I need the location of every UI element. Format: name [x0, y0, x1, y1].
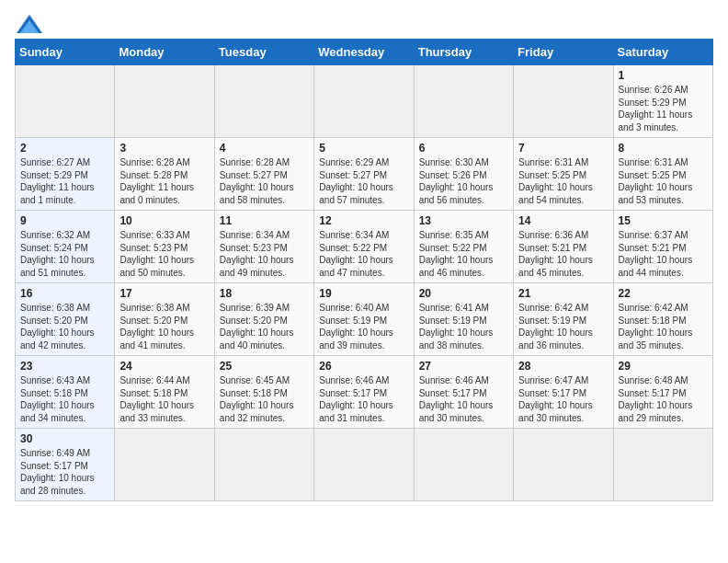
day-header-wednesday: Wednesday [314, 40, 414, 65]
calendar-cell: 20Sunrise: 6:41 AM Sunset: 5:19 PM Dayli… [414, 283, 513, 356]
day-info: Sunrise: 6:47 AM Sunset: 5:17 PM Dayligh… [518, 374, 608, 424]
day-number: 3 [119, 142, 209, 155]
day-info: Sunrise: 6:38 AM Sunset: 5:20 PM Dayligh… [20, 302, 109, 351]
calendar-cell: 2Sunrise: 6:27 AM Sunset: 5:29 PM Daylig… [16, 138, 115, 211]
day-info: Sunrise: 6:44 AM Sunset: 5:18 PM Dayligh… [119, 374, 209, 424]
day-number: 26 [319, 360, 408, 373]
day-info: Sunrise: 6:31 AM Sunset: 5:25 PM Dayligh… [619, 156, 708, 206]
day-info: Sunrise: 6:45 AM Sunset: 5:18 PM Dayligh… [220, 374, 309, 424]
day-info: Sunrise: 6:37 AM Sunset: 5:21 PM Dayligh… [619, 229, 708, 279]
calendar-cell: 23Sunrise: 6:43 AM Sunset: 5:18 PM Dayli… [16, 356, 115, 429]
calendar-cell: 24Sunrise: 6:44 AM Sunset: 5:18 PM Dayli… [115, 356, 214, 429]
calendar-cell: 10Sunrise: 6:33 AM Sunset: 5:23 PM Dayli… [115, 211, 214, 283]
calendar-cell: 25Sunrise: 6:45 AM Sunset: 5:18 PM Dayli… [214, 356, 313, 429]
day-number: 24 [119, 360, 209, 373]
calendar-cell: 12Sunrise: 6:34 AM Sunset: 5:22 PM Dayli… [314, 211, 414, 283]
day-info: Sunrise: 6:28 AM Sunset: 5:28 PM Dayligh… [119, 156, 209, 206]
calendar-cell: 16Sunrise: 6:38 AM Sunset: 5:20 PM Dayli… [16, 283, 115, 356]
calendar-cell [414, 65, 513, 138]
day-number: 14 [518, 214, 608, 227]
day-number: 9 [20, 214, 109, 227]
day-info: Sunrise: 6:27 AM Sunset: 5:29 PM Dayligh… [20, 156, 109, 206]
day-number: 18 [220, 287, 309, 300]
day-header-tuesday: Tuesday [214, 40, 313, 65]
day-number: 23 [20, 360, 109, 373]
calendar-cell: 21Sunrise: 6:42 AM Sunset: 5:19 PM Dayli… [514, 283, 613, 356]
calendar-week-5: 23Sunrise: 6:43 AM Sunset: 5:18 PM Dayli… [16, 356, 713, 429]
day-number: 21 [518, 287, 608, 300]
calendar-cell: 22Sunrise: 6:42 AM Sunset: 5:18 PM Dayli… [613, 283, 712, 356]
calendar-cell: 3Sunrise: 6:28 AM Sunset: 5:28 PM Daylig… [115, 138, 214, 211]
calendar-cell: 4Sunrise: 6:28 AM Sunset: 5:27 PM Daylig… [214, 138, 313, 211]
calendar-cell: 27Sunrise: 6:46 AM Sunset: 5:17 PM Dayli… [414, 356, 513, 429]
calendar-cell [115, 65, 214, 138]
day-number: 29 [619, 360, 708, 373]
day-header-thursday: Thursday [414, 40, 513, 65]
day-info: Sunrise: 6:41 AM Sunset: 5:19 PM Dayligh… [419, 302, 508, 351]
day-number: 20 [419, 287, 508, 300]
day-info: Sunrise: 6:33 AM Sunset: 5:23 PM Dayligh… [119, 229, 209, 279]
calendar-table: SundayMondayTuesdayWednesdayThursdayFrid… [15, 39, 713, 501]
calendar-cell [414, 429, 513, 501]
calendar-week-3: 9Sunrise: 6:32 AM Sunset: 5:24 PM Daylig… [16, 211, 713, 283]
day-number: 15 [619, 214, 708, 227]
day-number: 6 [419, 142, 508, 155]
day-info: Sunrise: 6:30 AM Sunset: 5:26 PM Dayligh… [419, 156, 508, 206]
calendar-cell [514, 65, 613, 138]
calendar-cell [314, 65, 414, 138]
day-header-saturday: Saturday [613, 40, 712, 65]
page-header [15, 15, 713, 28]
day-info: Sunrise: 6:32 AM Sunset: 5:24 PM Dayligh… [20, 229, 109, 279]
calendar-cell: 28Sunrise: 6:47 AM Sunset: 5:17 PM Dayli… [514, 356, 613, 429]
calendar-cell: 13Sunrise: 6:35 AM Sunset: 5:22 PM Dayli… [414, 211, 513, 283]
day-number: 28 [518, 360, 608, 373]
day-info: Sunrise: 6:34 AM Sunset: 5:23 PM Dayligh… [220, 229, 309, 279]
day-info: Sunrise: 6:42 AM Sunset: 5:18 PM Dayligh… [619, 302, 708, 351]
day-header-sunday: Sunday [16, 40, 115, 65]
day-number: 22 [619, 287, 708, 300]
calendar-week-2: 2Sunrise: 6:27 AM Sunset: 5:29 PM Daylig… [16, 138, 713, 211]
day-info: Sunrise: 6:40 AM Sunset: 5:19 PM Dayligh… [319, 302, 408, 351]
calendar-cell [613, 429, 712, 501]
calendar-cell: 5Sunrise: 6:29 AM Sunset: 5:27 PM Daylig… [314, 138, 414, 211]
day-header-friday: Friday [514, 40, 613, 65]
calendar-cell: 30Sunrise: 6:49 AM Sunset: 5:17 PM Dayli… [16, 429, 115, 501]
calendar-cell: 11Sunrise: 6:34 AM Sunset: 5:23 PM Dayli… [214, 211, 313, 283]
day-info: Sunrise: 6:46 AM Sunset: 5:17 PM Dayligh… [319, 374, 408, 424]
calendar-cell: 29Sunrise: 6:48 AM Sunset: 5:17 PM Dayli… [613, 356, 712, 429]
day-number: 4 [220, 142, 309, 155]
calendar-cell: 8Sunrise: 6:31 AM Sunset: 5:25 PM Daylig… [613, 138, 712, 211]
day-info: Sunrise: 6:48 AM Sunset: 5:17 PM Dayligh… [619, 374, 708, 424]
day-number: 7 [518, 142, 608, 155]
calendar-cell: 7Sunrise: 6:31 AM Sunset: 5:25 PM Daylig… [514, 138, 613, 211]
day-number: 11 [220, 214, 309, 227]
calendar-cell [16, 65, 115, 138]
day-info: Sunrise: 6:46 AM Sunset: 5:17 PM Dayligh… [419, 374, 508, 424]
calendar-cell [514, 429, 613, 501]
day-info: Sunrise: 6:49 AM Sunset: 5:17 PM Dayligh… [20, 447, 109, 497]
day-number: 19 [319, 287, 408, 300]
day-number: 13 [419, 214, 508, 227]
logo [15, 15, 42, 28]
calendar-cell: 19Sunrise: 6:40 AM Sunset: 5:19 PM Dayli… [314, 283, 414, 356]
day-number: 1 [619, 69, 708, 82]
calendar-cell [214, 429, 313, 501]
day-number: 12 [319, 214, 408, 227]
day-info: Sunrise: 6:39 AM Sunset: 5:20 PM Dayligh… [220, 302, 309, 351]
calendar-cell: 9Sunrise: 6:32 AM Sunset: 5:24 PM Daylig… [16, 211, 115, 283]
calendar-cell: 26Sunrise: 6:46 AM Sunset: 5:17 PM Dayli… [314, 356, 414, 429]
day-number: 2 [20, 142, 109, 155]
day-info: Sunrise: 6:36 AM Sunset: 5:21 PM Dayligh… [518, 229, 608, 279]
calendar-cell: 6Sunrise: 6:30 AM Sunset: 5:26 PM Daylig… [414, 138, 513, 211]
day-info: Sunrise: 6:38 AM Sunset: 5:20 PM Dayligh… [119, 302, 209, 351]
day-number: 30 [20, 432, 109, 445]
day-info: Sunrise: 6:34 AM Sunset: 5:22 PM Dayligh… [319, 229, 408, 279]
day-number: 10 [119, 214, 209, 227]
day-number: 25 [220, 360, 309, 373]
day-number: 16 [20, 287, 109, 300]
day-number: 8 [619, 142, 708, 155]
calendar-cell: 17Sunrise: 6:38 AM Sunset: 5:20 PM Dayli… [115, 283, 214, 356]
calendar-week-6: 30Sunrise: 6:49 AM Sunset: 5:17 PM Dayli… [16, 429, 713, 501]
calendar-cell: 15Sunrise: 6:37 AM Sunset: 5:21 PM Dayli… [613, 211, 712, 283]
calendar-cell: 14Sunrise: 6:36 AM Sunset: 5:21 PM Dayli… [514, 211, 613, 283]
